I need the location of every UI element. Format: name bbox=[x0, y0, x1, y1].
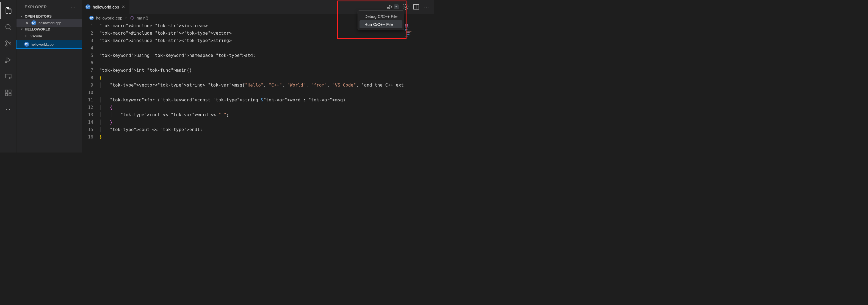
menu-debug-file[interactable]: Debug C/C++ File bbox=[360, 12, 402, 20]
svg-point-2 bbox=[5, 41, 7, 42]
run-split-button bbox=[385, 4, 399, 10]
svg-rect-10 bbox=[9, 90, 11, 92]
cpp-file-icon: C⁺ bbox=[86, 4, 90, 9]
tab-actions: ··· Debug C/C++ File Run C/C++ File bbox=[385, 0, 434, 14]
cpp-file-icon: C⁺ bbox=[24, 42, 29, 47]
sidebar-header: EXPLORER ··· bbox=[17, 0, 82, 14]
close-icon[interactable] bbox=[25, 21, 29, 25]
symbol-method-icon bbox=[130, 16, 134, 20]
svg-point-6 bbox=[5, 62, 7, 63]
sidebar-more-icon[interactable]: ··· bbox=[71, 4, 75, 10]
sidebar-title: EXPLORER bbox=[25, 5, 47, 9]
tree-file-helloworld[interactable]: C⁺ helloworld.cpp bbox=[17, 40, 82, 48]
cpp-file-icon: C⁺ bbox=[89, 16, 94, 20]
svg-rect-12 bbox=[9, 93, 11, 96]
run-context-menu: Debug C/C++ File Run C/C++ File bbox=[358, 10, 404, 30]
tree-file-label: helloworld.cpp bbox=[31, 42, 54, 47]
activity-bar: ··· bbox=[0, 0, 17, 152]
run-dropdown-button[interactable] bbox=[394, 4, 399, 9]
svg-line-20 bbox=[387, 7, 388, 8]
workspace-label: HELLOWORLD bbox=[25, 27, 50, 31]
svg-point-0 bbox=[5, 25, 10, 29]
editor-area: C⁺ helloworld.cpp ··· bbox=[82, 0, 434, 152]
tab-helloworld[interactable]: C⁺ helloworld.cpp bbox=[82, 0, 130, 14]
svg-line-21 bbox=[389, 7, 389, 8]
menu-run-file[interactable]: Run C/C++ File bbox=[360, 20, 402, 28]
activity-search-icon[interactable] bbox=[0, 19, 17, 35]
svg-point-3 bbox=[5, 44, 7, 46]
svg-marker-5 bbox=[7, 58, 10, 62]
activity-source-control-icon[interactable] bbox=[0, 35, 17, 52]
activity-more-icon[interactable]: ··· bbox=[0, 101, 17, 118]
activity-remote-icon[interactable] bbox=[0, 68, 17, 85]
svg-marker-17 bbox=[389, 5, 392, 9]
svg-point-22 bbox=[405, 6, 407, 8]
minimap[interactable]: ███ ████ ███ ███ ███ ███ ██ ███ ██ ██ ██… bbox=[404, 22, 434, 152]
svg-point-4 bbox=[9, 42, 11, 44]
tree-folder-vscode[interactable]: .vscode bbox=[17, 32, 82, 40]
open-editor-item[interactable]: C⁺ helloworld.cpp bbox=[17, 19, 82, 27]
svg-point-18 bbox=[387, 7, 389, 9]
breadcrumb-symbol[interactable]: main() bbox=[136, 16, 148, 20]
tabs-row: C⁺ helloworld.cpp ··· bbox=[82, 0, 434, 14]
editor-body[interactable]: 1 2 3 4 5 6 7 8 9 10 11 12 13 14 15 16 "… bbox=[82, 22, 434, 152]
tab-label: helloworld.cpp bbox=[93, 5, 119, 9]
activity-run-debug-icon[interactable] bbox=[0, 52, 17, 68]
split-editor-icon[interactable] bbox=[412, 3, 420, 10]
activity-extensions-icon[interactable] bbox=[0, 85, 17, 101]
close-icon[interactable] bbox=[121, 5, 126, 9]
debug-run-icon[interactable] bbox=[385, 4, 394, 10]
workspace-header[interactable]: HELLOWORLD bbox=[17, 27, 82, 32]
more-icon[interactable]: ··· bbox=[423, 3, 430, 10]
code-text[interactable]: "tok-macro">#include "tok-str"><iostream… bbox=[99, 22, 404, 152]
svg-rect-11 bbox=[5, 93, 7, 96]
chevron-right-icon bbox=[125, 16, 128, 20]
tree-folder-label: .vscode bbox=[30, 34, 42, 38]
breadcrumb-file[interactable]: helloworld.cpp bbox=[96, 16, 122, 20]
open-editors-header[interactable]: OPEN EDITORS bbox=[17, 14, 82, 19]
open-editor-filename: helloworld.cpp bbox=[38, 21, 61, 25]
line-number-gutter: 1 2 3 4 5 6 7 8 9 10 11 12 13 14 15 16 bbox=[82, 22, 99, 152]
svg-rect-9 bbox=[5, 90, 7, 92]
svg-line-1 bbox=[9, 28, 11, 30]
activity-explorer-icon[interactable] bbox=[0, 2, 17, 19]
gear-icon[interactable] bbox=[402, 3, 409, 10]
explorer-sidebar: EXPLORER ··· OPEN EDITORS C⁺ helloworld.… bbox=[17, 0, 82, 152]
svg-rect-7 bbox=[5, 74, 11, 78]
cpp-file-icon: C⁺ bbox=[31, 20, 36, 25]
open-editors-label: OPEN EDITORS bbox=[25, 14, 52, 19]
